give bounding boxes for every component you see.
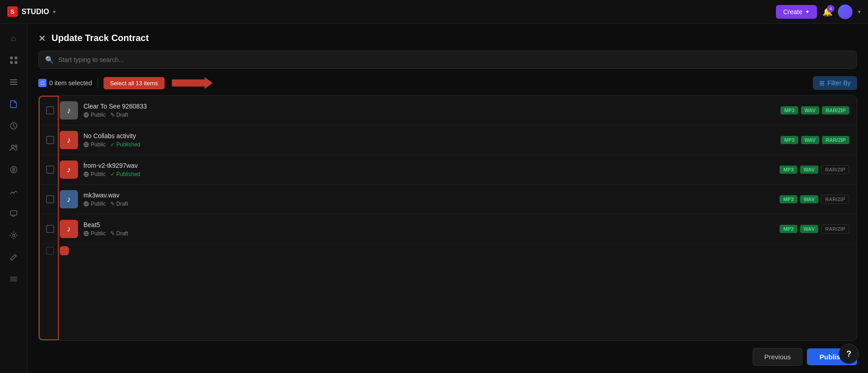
track-badges-2: MP3 WAV RAR/ZIP (780, 136, 849, 144)
sidebar-item-contracts[interactable] (5, 95, 23, 113)
search-icon: 🔍 (45, 56, 54, 64)
svg-point-6 (15, 145, 17, 147)
selected-count-label: 0 item selected (49, 79, 92, 87)
badge-rarzip-4: RAR/ZIP (821, 195, 849, 204)
avatar[interactable] (838, 5, 852, 19)
svg-rect-8 (10, 211, 17, 215)
close-button[interactable]: ✕ (38, 34, 46, 43)
sidebar-item-tracks[interactable] (5, 73, 23, 91)
create-label: Create (783, 8, 802, 16)
select-all-button[interactable]: Select all 13 items (103, 77, 165, 89)
badge-wav-5: WAV (800, 225, 818, 233)
badge-mp3-1: MP3 (780, 106, 798, 114)
sidebar-item-collaborators[interactable] (5, 139, 23, 157)
track-checkbox-6[interactable] (46, 247, 54, 255)
track-status-4: ✎ Draft (110, 201, 128, 207)
track-name-4: mk3wav.wav (83, 192, 774, 199)
badge-mp3-5: MP3 (780, 225, 797, 233)
search-input[interactable] (58, 56, 850, 63)
track-thumbnail-6 (60, 246, 69, 255)
sidebar-item-more[interactable] (5, 270, 23, 288)
badge-wav-4: WAV (800, 195, 818, 203)
track-thumbnail-2: ♪ (60, 131, 78, 149)
main-layout: ⌂ (0, 24, 868, 373)
badge-rarzip-5: RAR/ZIP (821, 224, 849, 233)
track-visibility-3: Public (83, 171, 106, 177)
track-status-3: ✓ Published (110, 171, 140, 177)
avatar-chevron-icon[interactable]: ▾ (858, 9, 861, 15)
svg-rect-0 (10, 57, 13, 59)
badge-mp3-4: MP3 (780, 195, 797, 203)
create-star-icon: ✦ (805, 9, 810, 15)
track-item: ♪ mk3wav.wav Public ✎ Draft M (39, 185, 857, 214)
notification-badge: 4 (827, 5, 834, 12)
track-meta-3: Public ✓ Published (83, 171, 774, 177)
sidebar-item-messages[interactable] (5, 204, 23, 223)
filter-button[interactable]: ⊞ Filter By (813, 76, 857, 90)
track-badges-3: MP3 WAV RAR/ZIP (780, 165, 849, 174)
badge-wav-3: WAV (800, 166, 818, 174)
create-button[interactable]: Create ✦ (776, 5, 817, 19)
toolbar-row: ☐ 0 item selected Select all 13 items ⊞ … (38, 76, 857, 90)
bottom-actions: Previous Publish (27, 341, 868, 373)
track-meta-1: Public ✎ Draft (83, 112, 775, 118)
badge-rarzip-3: RAR/ZIP (821, 165, 849, 174)
track-status-5: ✎ Draft (110, 230, 128, 237)
notification-button[interactable]: 🔔 4 (822, 7, 832, 17)
track-thumb-icon-5: ♪ (67, 224, 71, 234)
badge-wav-1: WAV (801, 106, 819, 114)
toolbar-divider (98, 78, 98, 88)
track-meta-2: Public ✓ Published (83, 141, 775, 148)
sidebar-item-dashboard[interactable] (5, 51, 23, 69)
track-status-2: ✓ Published (110, 141, 140, 148)
sidebar-item-releases[interactable] (5, 117, 23, 135)
track-thumbnail-5: ♪ (60, 220, 78, 238)
sidebar-item-settings2[interactable] (5, 226, 23, 244)
studio-chevron-icon[interactable]: ▾ (53, 9, 56, 15)
track-thumb-icon-3: ♪ (67, 165, 71, 175)
selected-count: ☐ 0 item selected (38, 79, 92, 87)
svg-rect-3 (15, 61, 17, 64)
studio-logo: S (7, 6, 18, 17)
sidebar-item-edit[interactable] (5, 248, 23, 266)
track-checkbox-4[interactable] (46, 195, 54, 203)
filter-label: Filter By (827, 79, 851, 87)
panel-area: ✕ Update Track Contract 🔍 ☐ 0 item selec… (27, 24, 868, 373)
previous-button[interactable]: Previous (753, 348, 802, 366)
badge-rarzip-1: RAR/ZIP (822, 106, 849, 114)
badge-mp3-2: MP3 (780, 136, 798, 144)
help-button[interactable]: ? (839, 344, 859, 364)
track-info-1: Clear To See 9260833 Public ✎ Draft (83, 103, 775, 118)
sidebar: ⌂ (0, 24, 27, 373)
track-info-5: Beat5 Public ✎ Draft (83, 221, 774, 237)
badge-mp3-3: MP3 (780, 166, 797, 174)
arrow-annotation-right (172, 77, 213, 89)
track-name-3: from-v2-tk9297wav (83, 162, 774, 169)
studio-label: STUDIO (21, 8, 49, 16)
track-checkbox-2[interactable] (46, 136, 54, 144)
panel-title: Update Track Contract (52, 33, 149, 43)
track-checkbox-3[interactable] (46, 166, 54, 174)
filter-icon: ⊞ (819, 79, 825, 87)
track-badges-1: MP3 WAV RAR/ZIP (780, 106, 849, 114)
track-thumb-icon-2: ♪ (67, 135, 71, 145)
track-visibility-2: Public (83, 141, 106, 148)
top-navigation: S STUDIO ▾ Create ✦ 🔔 4 ▾ (0, 0, 868, 24)
sidebar-item-earnings[interactable] (5, 161, 23, 179)
sidebar-item-home[interactable]: ⌂ (5, 29, 23, 47)
track-meta-5: Public ✎ Draft (83, 230, 774, 237)
track-checkbox-5[interactable] (46, 225, 54, 233)
track-status-1: ✎ Draft (110, 112, 128, 118)
track-item: ♪ from-v2-tk9297wav Public ✓ Published (39, 155, 857, 185)
badge-wav-2: WAV (801, 136, 819, 144)
track-thumb-icon-1: ♪ (67, 106, 71, 115)
track-checkbox-1[interactable] (46, 106, 54, 114)
track-thumbnail-4: ♪ (60, 190, 78, 208)
track-name-5: Beat5 (83, 221, 774, 228)
track-badges-5: MP3 WAV RAR/ZIP (780, 224, 849, 233)
svg-point-5 (11, 145, 14, 148)
track-name-1: Clear To See 9260833 (83, 103, 775, 110)
topnav-right: Create ✦ 🔔 4 ▾ (776, 5, 861, 19)
sidebar-item-analytics[interactable] (5, 182, 23, 201)
badge-rarzip-2: RAR/ZIP (822, 136, 849, 144)
